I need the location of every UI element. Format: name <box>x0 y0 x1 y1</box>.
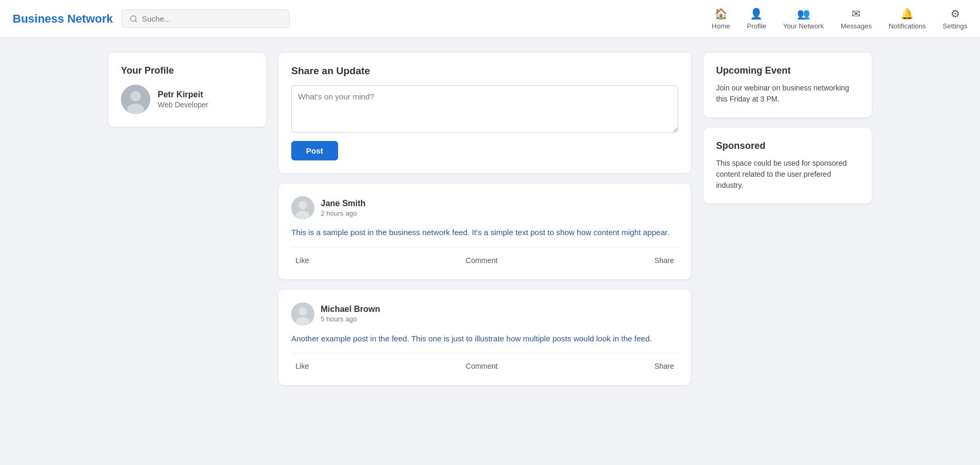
post-avatar <box>291 302 314 326</box>
nav-notifications-label: Notifications <box>889 22 926 30</box>
share-button[interactable]: Share <box>650 360 678 372</box>
nav-settings-label: Settings <box>943 22 967 30</box>
event-title: Upcoming Event <box>716 65 859 76</box>
post-header: Jane Smith 2 hours ago <box>291 196 678 219</box>
messages-icon: ✉ <box>852 7 861 20</box>
nav-item-notifications[interactable]: 🔔 Notifications <box>889 7 926 30</box>
post-avatar-image <box>291 302 314 326</box>
nav-home-label: Home <box>712 22 730 30</box>
post-author-info: Jane Smith 2 hours ago <box>321 199 365 217</box>
post-actions: Like Comment Share <box>291 353 678 372</box>
nav-item-settings[interactable]: ⚙ Settings <box>943 7 967 30</box>
nav-item-messages[interactable]: ✉ Messages <box>841 7 872 30</box>
profile-info: Petr Kirpeit Web Developer <box>121 85 253 114</box>
nav-item-your-network[interactable]: 👥 Your Network <box>783 7 824 30</box>
post-time: 2 hours ago <box>321 209 365 217</box>
main-feed: Share an Update Post Jane Smith 2 hours … <box>279 53 691 385</box>
nav-item-home[interactable]: 🏠 Home <box>712 7 730 30</box>
profile-card: Your Profile Petr Kirpeit Web Developer <box>108 53 266 127</box>
search-icon <box>129 15 138 23</box>
avatar-image <box>121 85 150 114</box>
share-update-title: Share an Update <box>291 65 678 77</box>
profile-icon: 👤 <box>750 7 763 20</box>
notifications-icon: 🔔 <box>901 7 914 20</box>
post-author-name: Michael Brown <box>321 305 380 314</box>
comment-button[interactable]: Comment <box>462 360 502 372</box>
post-actions: Like Comment Share <box>291 247 678 267</box>
post-card: Michael Brown 5 hours ago Another exampl… <box>279 290 691 386</box>
nav-item-profile[interactable]: 👤 Profile <box>747 7 767 30</box>
post-card: Jane Smith 2 hours ago This is a sample … <box>279 184 691 279</box>
svg-point-7 <box>296 211 310 219</box>
post-avatar <box>291 196 314 219</box>
nav-profile-label: Profile <box>747 22 767 30</box>
sponsored-description: This space could be used for sponsored c… <box>716 158 859 191</box>
svg-point-10 <box>296 317 310 326</box>
nav-messages-label: Messages <box>841 22 872 30</box>
svg-line-1 <box>135 21 137 22</box>
post-author-name: Jane Smith <box>321 199 365 208</box>
svg-point-4 <box>127 104 144 114</box>
profile-job-title: Web Developer <box>158 100 208 109</box>
profile-card-title: Your Profile <box>121 65 253 76</box>
profile-name: Petr Kirpeit <box>158 90 208 99</box>
network-icon: 👥 <box>797 7 810 20</box>
post-button[interactable]: Post <box>291 141 338 160</box>
left-sidebar: Your Profile Petr Kirpeit Web Developer <box>108 53 266 127</box>
like-button[interactable]: Like <box>291 254 313 267</box>
share-update-card: Share an Update Post <box>279 53 691 173</box>
svg-point-9 <box>299 307 307 316</box>
page-body: Your Profile Petr Kirpeit Web Developer <box>96 38 884 400</box>
settings-icon: ⚙ <box>951 7 960 20</box>
like-button[interactable]: Like <box>291 360 313 372</box>
nav-network-label: Your Network <box>783 22 824 30</box>
svg-point-6 <box>299 201 307 209</box>
right-sidebar: Upcoming Event Join our webinar on busin… <box>703 53 872 204</box>
post-avatar-image <box>291 196 314 219</box>
logo[interactable]: Business Network <box>13 12 113 26</box>
sponsored-title: Sponsored <box>716 140 859 151</box>
event-card: Upcoming Event Join our webinar on busin… <box>703 53 872 117</box>
post-time: 5 hours ago <box>321 315 380 323</box>
search-container <box>121 9 290 28</box>
event-description: Join our webinar on business networking … <box>716 83 859 105</box>
avatar <box>121 85 150 114</box>
share-button[interactable]: Share <box>650 254 678 267</box>
share-textarea[interactable] <box>291 85 678 133</box>
post-header: Michael Brown 5 hours ago <box>291 302 678 326</box>
search-input[interactable] <box>142 14 282 23</box>
home-icon: 🏠 <box>714 7 728 20</box>
svg-point-3 <box>130 91 141 102</box>
post-text: This is a sample post in the business ne… <box>291 227 678 239</box>
svg-point-0 <box>130 16 136 22</box>
profile-details: Petr Kirpeit Web Developer <box>158 90 208 109</box>
post-text: Another example post in the feed. This o… <box>291 333 678 345</box>
post-author-info: Michael Brown 5 hours ago <box>321 305 380 323</box>
main-nav: 🏠 Home 👤 Profile 👥 Your Network ✉ Messag… <box>712 7 967 30</box>
header: Business Network 🏠 Home 👤 Profile 👥 Your… <box>0 0 980 38</box>
sponsored-card: Sponsored This space could be used for s… <box>703 128 872 204</box>
comment-button[interactable]: Comment <box>462 254 502 267</box>
